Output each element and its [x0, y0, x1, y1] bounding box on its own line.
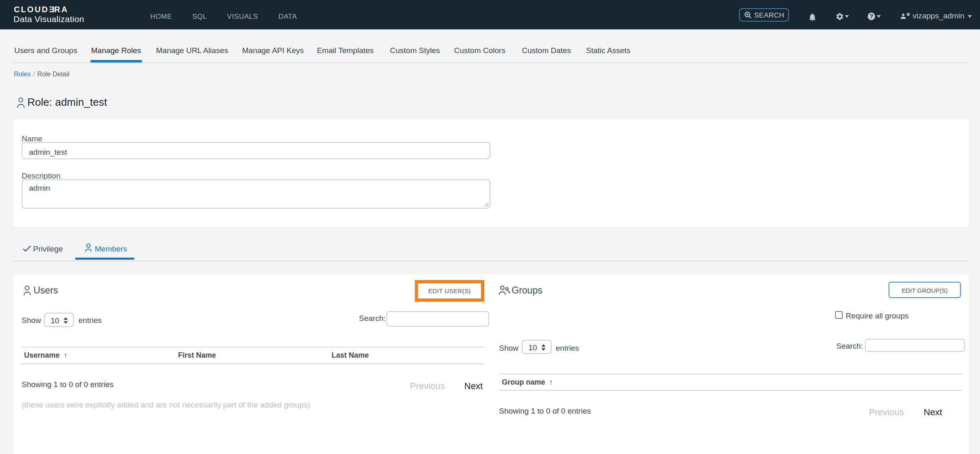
svg-text:?: ? — [870, 13, 873, 20]
